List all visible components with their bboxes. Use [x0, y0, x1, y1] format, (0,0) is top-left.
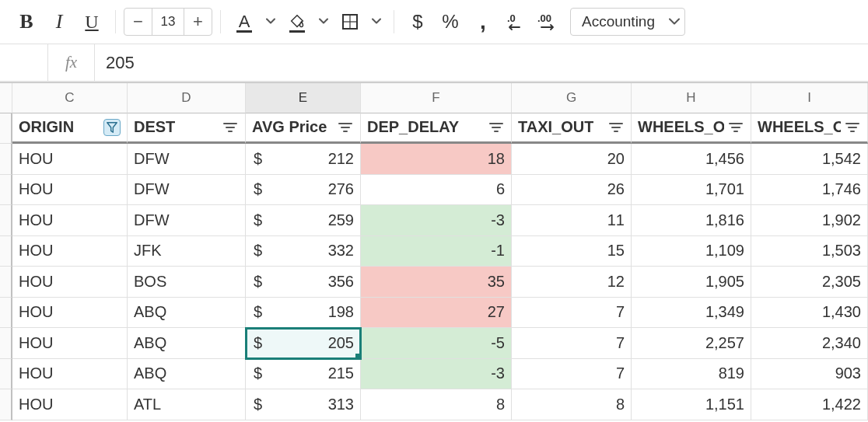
cell-taxi-out[interactable]: 20 — [512, 144, 632, 175]
cell-dest[interactable]: DFW — [128, 175, 246, 206]
cell-wheels-off[interactable]: 1,905 — [632, 267, 751, 298]
decrease-decimal-button[interactable]: .0 — [500, 6, 531, 37]
increase-decimal-button[interactable]: .00 — [533, 6, 564, 37]
text-color-button[interactable]: A — [229, 6, 260, 37]
cell-dep-delay[interactable]: 18 — [361, 144, 512, 175]
cell-dest[interactable]: BOS — [128, 267, 246, 298]
column-header-E[interactable]: E — [246, 83, 361, 113]
column-header-I[interactable]: I — [751, 83, 868, 113]
cell-wheels-on[interactable]: 1,503 — [751, 236, 868, 267]
row-header[interactable] — [0, 359, 12, 390]
formula-input[interactable]: 205 — [95, 53, 868, 73]
cell-price[interactable]: $259 — [246, 205, 361, 236]
row-header[interactable] — [0, 144, 12, 175]
row-header[interactable] — [0, 205, 12, 236]
cell-origin[interactable]: HOU — [12, 236, 128, 267]
column-header-H[interactable]: H — [632, 83, 751, 113]
cell-wheels-on[interactable]: 2,305 — [751, 267, 868, 298]
cell-origin[interactable]: HOU — [12, 298, 128, 329]
row-header[interactable] — [0, 236, 12, 267]
cell-price[interactable]: $313 — [246, 389, 361, 420]
selection-handle[interactable] — [355, 354, 361, 359]
cell-wheels-on[interactable]: 903 — [751, 359, 868, 390]
cell-price[interactable]: $215 — [246, 359, 361, 390]
cell-origin[interactable]: HOU — [12, 389, 128, 420]
cell-dep-delay[interactable]: 8 — [361, 389, 512, 420]
cell-dest[interactable]: ATL — [128, 389, 246, 420]
filter-icon[interactable] — [607, 119, 625, 136]
cell-origin[interactable]: HOU — [12, 267, 128, 298]
font-size-value[interactable]: 13 — [152, 14, 184, 30]
cell-wheels-off[interactable]: 1,109 — [632, 236, 751, 267]
font-size-increase[interactable]: + — [184, 9, 212, 35]
borders-button[interactable] — [334, 6, 366, 37]
filter-icon[interactable] — [222, 119, 239, 136]
column-header-C[interactable]: C — [12, 83, 128, 113]
table-header-wheels-on[interactable]: WHEELS_O — [751, 113, 868, 145]
cell-dep-delay[interactable]: -3 — [361, 359, 512, 390]
cell-wheels-off[interactable]: 1,151 — [632, 389, 751, 420]
cell-dep-delay[interactable]: -1 — [361, 236, 512, 267]
column-header-D[interactable]: D — [128, 83, 246, 113]
cell-taxi-out[interactable]: 8 — [512, 389, 632, 420]
row-header[interactable] — [0, 389, 12, 420]
fill-color-button[interactable] — [282, 6, 313, 37]
cell-price[interactable]: $212 — [246, 144, 361, 175]
cell-taxi-out[interactable]: 7 — [512, 328, 632, 359]
table-header-dep-delay[interactable]: DEP_DELAY — [361, 113, 512, 145]
cell-wheels-off[interactable]: 1,456 — [632, 144, 751, 175]
table-header-dest[interactable]: DEST — [128, 113, 246, 145]
cell-wheels-on[interactable]: 1,746 — [751, 175, 868, 206]
cell-wheels-on[interactable]: 1,422 — [751, 389, 868, 420]
fill-color-dropdown[interactable] — [314, 6, 333, 37]
cell-dep-delay[interactable]: -3 — [361, 205, 512, 236]
cell-price[interactable]: $276 — [246, 175, 361, 206]
cell-taxi-out[interactable]: 26 — [512, 175, 632, 206]
cell-wheels-off[interactable]: 1,349 — [632, 298, 751, 329]
select-all-corner[interactable] — [0, 83, 12, 113]
bold-button[interactable]: B — [11, 6, 42, 37]
row-header[interactable] — [0, 328, 12, 359]
filter-icon[interactable] — [727, 119, 744, 136]
table-header-wheels-off[interactable]: WHEELS_O — [632, 113, 751, 145]
underline-button[interactable]: U — [76, 6, 107, 37]
cell-dest[interactable]: DFW — [128, 205, 246, 236]
cell-wheels-off[interactable]: 2,257 — [632, 328, 751, 359]
cell-dep-delay[interactable]: -5 — [361, 328, 512, 359]
cell-origin[interactable]: HOU — [12, 144, 128, 175]
cell-wheels-on[interactable]: 2,340 — [751, 328, 868, 359]
cell-origin[interactable]: HOU — [12, 359, 128, 390]
filter-icon[interactable] — [337, 119, 354, 136]
comma-button[interactable]: , — [467, 6, 499, 37]
cell-wheels-off[interactable]: 819 — [632, 359, 751, 390]
cell-taxi-out[interactable]: 15 — [512, 236, 632, 267]
cell-dest[interactable]: ABQ — [128, 298, 246, 329]
filter-icon[interactable] — [844, 119, 861, 136]
cell-price[interactable]: $356 — [246, 267, 361, 298]
percent-button[interactable]: % — [435, 6, 466, 37]
cell-taxi-out[interactable]: 12 — [512, 267, 632, 298]
cell-dest[interactable]: ABQ — [128, 328, 246, 359]
cell-taxi-out[interactable]: 7 — [512, 359, 632, 390]
cell-price[interactable]: $332 — [246, 236, 361, 267]
table-header-origin[interactable]: ORIGIN — [12, 113, 128, 145]
cell-dest[interactable]: ABQ — [128, 359, 246, 390]
font-size-decrease[interactable]: − — [124, 9, 152, 35]
filter-icon[interactable] — [488, 119, 505, 136]
cell-dep-delay[interactable]: 6 — [361, 175, 512, 206]
cell-origin[interactable]: HOU — [12, 205, 128, 236]
cell-taxi-out[interactable]: 11 — [512, 205, 632, 236]
italic-button[interactable]: I — [44, 6, 75, 37]
cell-origin[interactable]: HOU — [12, 175, 128, 206]
name-box[interactable] — [0, 44, 48, 81]
funnel-icon[interactable] — [103, 119, 121, 136]
table-header-avg-price[interactable]: AVG Price — [246, 113, 361, 145]
cell-dest[interactable]: DFW — [128, 144, 246, 175]
cell-dep-delay[interactable]: 35 — [361, 267, 512, 298]
cell-wheels-on[interactable]: 1,430 — [751, 298, 868, 329]
cell-origin[interactable]: HOU — [12, 328, 128, 359]
fx-label[interactable]: fx — [48, 44, 95, 81]
borders-dropdown[interactable] — [367, 6, 386, 37]
row-header[interactable] — [0, 113, 12, 145]
table-header-taxi-out[interactable]: TAXI_OUT — [512, 113, 632, 145]
